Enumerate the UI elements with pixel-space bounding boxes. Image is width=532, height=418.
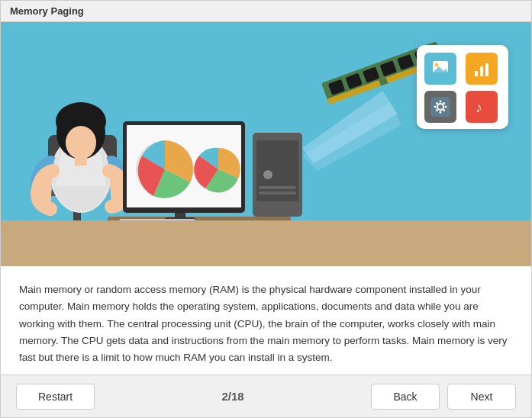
svg-point-50 xyxy=(440,111,442,114)
nav-group: Back Next xyxy=(371,384,516,410)
illustration-area: ♪ xyxy=(1,22,531,266)
svg-point-52 xyxy=(445,106,447,108)
next-button[interactable]: Next xyxy=(447,384,516,410)
page-indicator: 2/18 xyxy=(221,390,243,403)
floor xyxy=(1,220,531,266)
svg-point-54 xyxy=(443,109,445,111)
content-area: Main memory or random access memory (RAM… xyxy=(1,266,531,375)
window-title: Memory Paging xyxy=(10,5,84,17)
svg-rect-10 xyxy=(75,154,87,166)
svg-point-23 xyxy=(263,170,272,179)
svg-point-49 xyxy=(440,101,442,103)
gear-file-icon xyxy=(424,91,456,123)
back-button[interactable]: Back xyxy=(371,384,440,410)
svg-marker-29 xyxy=(302,102,401,171)
svg-text:♪: ♪ xyxy=(476,100,482,115)
svg-point-41 xyxy=(435,63,439,67)
svg-point-51 xyxy=(434,106,437,108)
bottom-bar: Restart 2/18 Back Next xyxy=(1,375,531,417)
main-window: Memory Paging xyxy=(0,0,532,418)
svg-rect-47 xyxy=(430,97,450,117)
svg-rect-25 xyxy=(259,191,296,195)
svg-rect-44 xyxy=(475,71,478,76)
svg-rect-24 xyxy=(259,186,296,189)
svg-point-55 xyxy=(436,109,438,111)
chart-file-icon xyxy=(466,53,498,85)
image-file-icon xyxy=(424,53,456,85)
restart-button[interactable]: Restart xyxy=(16,384,95,410)
title-bar: Memory Paging xyxy=(1,1,531,22)
svg-rect-46 xyxy=(485,63,488,76)
music-file-icon: ♪ xyxy=(466,91,498,123)
svg-point-53 xyxy=(436,102,438,104)
file-icons-box: ♪ xyxy=(417,45,508,129)
svg-point-56 xyxy=(443,102,445,104)
svg-rect-45 xyxy=(480,66,483,76)
main-content-text: Main memory or random access memory (RAM… xyxy=(19,281,513,366)
